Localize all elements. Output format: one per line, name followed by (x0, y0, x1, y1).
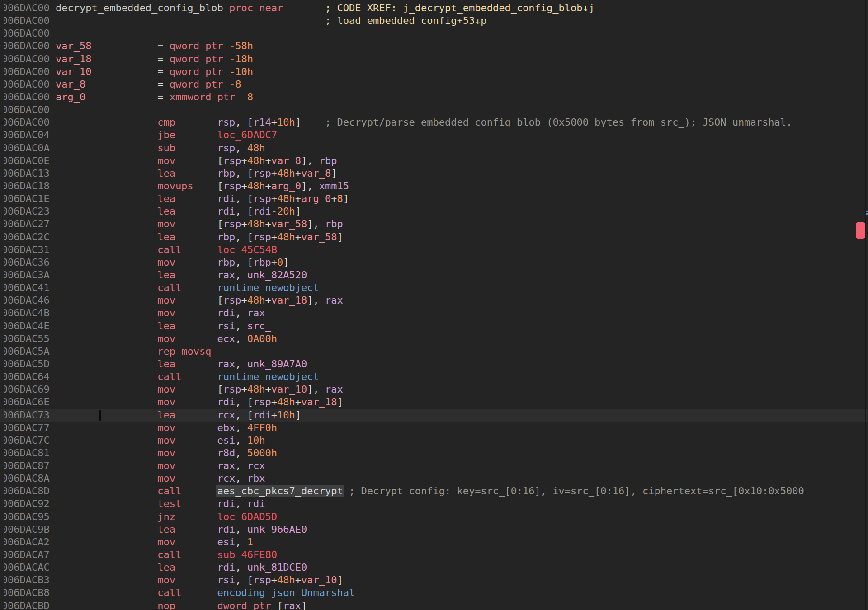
token-k: mov (157, 333, 175, 344)
token-k: mov (157, 155, 175, 166)
asm-line[interactable]: 006DACBD nop dword ptr [rax] (0, 600, 868, 610)
asm-line[interactable]: 006DAC00 (0, 27, 868, 40)
asm-line[interactable]: 006DAC0E mov [rsp+48h+var_8], rbp (0, 155, 868, 167)
token-k: mov (157, 384, 175, 395)
token-w: , [ (235, 409, 253, 421)
address: 06DAC92 (8, 498, 50, 509)
token-r: rax (325, 384, 343, 395)
token-w: , (235, 447, 247, 459)
asm-line[interactable]: 006DACA7 call sub_46FE80 (0, 549, 868, 561)
token-k: call (157, 549, 181, 560)
token-k: mov (157, 218, 175, 230)
asm-line[interactable]: 006DAC8D call aes_cbc_pkcs7_decrypt ; De… (0, 485, 868, 497)
asm-line[interactable]: 006DAC7C mov esi, 10h (0, 434, 868, 447)
token-w: , [ (235, 396, 253, 408)
asm-line[interactable]: 006DAC31 call loc_45C54B (0, 244, 868, 256)
asm-line[interactable]: 006DACB3 mov rsi, [rsp+48h+var_10] (0, 574, 868, 587)
token-w (50, 384, 157, 395)
asm-line[interactable]: 006DACA2 mov esi, 1 (0, 536, 868, 549)
asm-line[interactable]: 006DACAC lea rdi, unk_81DCE0 (0, 561, 868, 574)
asm-line[interactable]: 006DAC0A sub rsp, 48h (0, 142, 868, 155)
asm-line[interactable]: 006DAC1E lea rdi, [rsp+48h+arg_0+8] (0, 192, 868, 205)
asm-line[interactable]: 006DAC69 mov [rsp+48h+var_10], rax (0, 383, 868, 396)
asm-line[interactable]: 006DAC9B lea rdi, unk_966AE0 (0, 523, 868, 536)
token-l: loc_6DADC7 (217, 129, 277, 141)
token-r: rax (217, 460, 236, 471)
text-caret (99, 410, 101, 421)
asm-line[interactable]: 006DAC64 call runtime_newobject (0, 371, 868, 383)
token-k: mov (157, 295, 175, 306)
asm-line[interactable]: 006DAC00 var_58 = qword ptr -58h (0, 40, 868, 52)
asm-line[interactable]: 006DAC00 decrypt_embedded_config_blob pr… (0, 2, 868, 14)
asm-line[interactable]: 006DAC4B mov rdi, rax (0, 307, 868, 319)
token-w: + (265, 295, 271, 306)
token-o: 48h (247, 180, 265, 192)
asm-line[interactable]: 006DAC00 var_18 = qword ptr -18h (0, 53, 868, 66)
asm-line[interactable]: 006DAC81 mov r8d, 5000h (0, 447, 868, 460)
clipped-address-digit: 0 (4, 320, 8, 333)
address: 06DAC73 (8, 409, 50, 421)
address: 06DAC04 (8, 129, 50, 141)
token-w: + (265, 155, 271, 166)
asm-line[interactable]: 006DAC00 var_8 = qword ptr -8 (0, 78, 868, 91)
asm-line[interactable]: 006DAC2C lea rbp, [rsp+48h+var_58] (0, 231, 868, 244)
asm-line[interactable]: 006DAC87 mov rax, rcx (0, 460, 868, 472)
token-k: call (157, 371, 181, 382)
token-w (175, 409, 217, 421)
token-v: var_18 (56, 53, 91, 65)
asm-line[interactable]: 006DAC00 (0, 103, 868, 116)
asm-line[interactable]: 006DAC92 test rdi, rdi (0, 497, 868, 510)
address: 06DAC18 (8, 180, 50, 192)
asm-line[interactable]: 006DAC18 movups [rsp+48h+arg_0], xmm15 (0, 180, 868, 192)
token-w: ], (307, 295, 325, 306)
token-w: ] (283, 257, 289, 268)
asm-line[interactable]: 006DAC4E lea rsi, src_ (0, 320, 868, 333)
scrollbar-marker-pink[interactable] (856, 222, 865, 239)
asm-line[interactable]: 006DAC95 jnz loc_6DAD5D (0, 511, 868, 523)
asm-line[interactable]: 006DAC04 jbe loc_6DADC7 (0, 129, 868, 141)
token-w: + (271, 257, 277, 268)
asm-line[interactable]: 006DAC5A rep movsq (0, 345, 868, 358)
token-w (223, 66, 229, 77)
token-r: rsp (223, 218, 241, 230)
asm-line[interactable]: 006DAC8A mov rcx, rbx (0, 472, 868, 485)
asm-line[interactable]: 006DAC23 lea rdi, [rdi-20h] (0, 205, 868, 218)
address: 06DAC00 (8, 117, 50, 128)
token-w: ] (295, 409, 301, 421)
token-k: jbe (157, 129, 175, 141)
asm-line[interactable]: 006DAC00 ; load_embedded_config+53↓p (0, 14, 868, 27)
token-w (343, 485, 349, 497)
asm-line[interactable]: 006DAC46 mov [rsp+48h+var_18], rax (0, 294, 868, 307)
token-r: rsp (253, 396, 271, 408)
function-start-marker-icon: ✓ (0, 116, 7, 128)
asm-line[interactable]: 006DAC6E mov rdi, [rsp+48h+var_18] (0, 396, 868, 408)
token-o: 8 (337, 193, 343, 204)
asm-line[interactable]: 006DAC73 lea rcx, [rdi+10h] (0, 409, 868, 422)
asm-line[interactable]: 006DAC27 mov [rsp+48h+var_58], rbp (0, 218, 868, 230)
asm-line[interactable]: 006DAC41 call runtime_newobject (0, 282, 868, 294)
asm-line[interactable]: 006DAC55 mov ecx, 0A00h (0, 333, 868, 345)
address: 06DAC1E (8, 193, 50, 204)
token-w (50, 206, 157, 217)
token-w (50, 257, 157, 268)
address: 06DAC8A (8, 473, 50, 484)
token-w (50, 536, 157, 548)
clipped-address-digit: 0 (4, 422, 8, 434)
asm-line[interactable]: 006DAC13 lea rbp, [rsp+48h+var_8] (0, 167, 868, 180)
asm-line[interactable]: 006DAC36 mov rbp, [rbp+0] (0, 256, 868, 269)
token-w (181, 587, 217, 598)
clipped-address-digit: 0 (4, 587, 8, 599)
token-w (50, 282, 157, 293)
asm-line[interactable]: 006DAC5D lea rax, unk_89A7A0 (0, 358, 868, 371)
asm-line[interactable]: 006DAC3A lea rax, unk_82A520 (0, 269, 868, 282)
asm-line[interactable]: 006DAC77 mov ebx, 4FF0h (0, 422, 868, 434)
token-r: rcx (247, 460, 265, 471)
token-k: sub (157, 142, 175, 154)
asm-line[interactable]: 006DAC00 cmp rsp, [r14+10h] ; Decrypt/pa… (0, 116, 868, 129)
asm-line[interactable]: 006DAC00 var_10 = qword ptr -10h (0, 66, 868, 78)
token-w (175, 257, 217, 268)
asm-line[interactable]: 006DAC00 arg_0 = xmmword ptr 8 (0, 91, 868, 103)
disassembly-listing[interactable]: 006DAC00 decrypt_embedded_config_blob pr… (0, 2, 868, 610)
asm-line[interactable]: 006DACB8 call encoding_json_Unmarshal (0, 587, 868, 599)
token-b: runtime_newobject (217, 371, 319, 382)
